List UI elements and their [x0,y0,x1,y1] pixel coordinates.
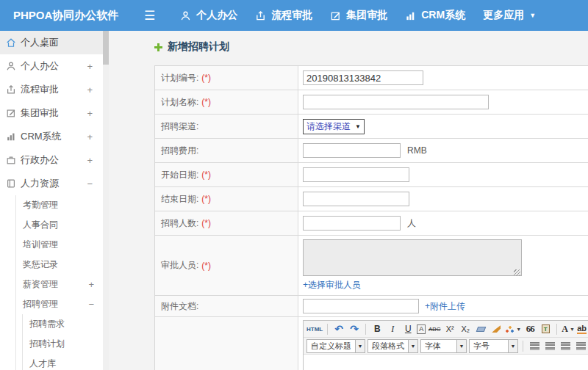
highlight-color-button[interactable]: ab▼ [577,322,588,335]
topmenu-workflow-approval[interactable]: 流程审批 [246,0,321,31]
custom-title-combobox[interactable]: 自定义标题 ▼ [306,339,365,353]
strikethrough-button[interactable]: ABC [428,322,441,335]
bold-button[interactable]: B [370,322,384,335]
italic-button[interactable]: I [386,322,399,335]
align-right-icon[interactable] [559,339,572,352]
expand-icon[interactable]: + [87,61,93,72]
subscript-button[interactable]: X₂ [459,322,472,335]
sidebar-item-label: 人才库 [29,358,56,370]
sidebar-item-recruit-demand[interactable]: 招聘需求 [23,314,103,334]
sidebar-item-label: 行政办公 [21,153,59,167]
align-left-icon[interactable] [528,339,541,352]
form-row-channel: 招聘渠道: 请选择渠道 ▼ [155,115,588,139]
edit-icon [6,108,16,118]
topmenu-group-approval[interactable]: 集团审批 [321,0,396,31]
undo-icon[interactable]: ↶ [332,322,345,335]
scrollbar-thumb[interactable] [103,31,109,65]
sidebar-item-admin-office[interactable]: 行政办公 + [0,148,103,172]
font-color-button[interactable]: A▼ [562,322,575,335]
align-justify-icon[interactable] [574,339,587,352]
sidebar-item-label: CRM系统 [21,130,62,143]
expand-icon[interactable]: + [87,131,93,142]
required-mark: (*) [201,194,211,204]
font-family-combobox[interactable]: 字体 ▼ [420,339,467,353]
hr-submenu: 考勤管理 人事合同 培训管理 奖惩记录 薪资管理 + 招聘管理 − 招聘需求 招… [15,195,103,370]
sidebar-scrollbar[interactable] [103,31,109,370]
sidebar-item-label: 招聘需求 [29,318,65,330]
chevron-down-icon: ▼ [529,12,536,19]
superscript-button[interactable]: X² [443,322,456,335]
field-label: 计划名称: [161,96,198,109]
sidebar-item-salary[interactable]: 薪资管理 + [16,275,103,294]
choose-approvers-link[interactable]: +选择审批人员 [303,279,361,291]
headcount-input[interactable] [303,216,401,231]
paragraph-format-combobox[interactable]: 段落格式 ▼ [368,339,418,353]
underline-button[interactable]: U [401,322,415,335]
field-label: 招聘费用: [161,145,198,157]
topmenu-label: CRM系统 [421,9,465,22]
blockquote-button[interactable]: 66 [523,322,537,335]
expand-icon[interactable]: + [87,84,93,95]
expand-icon[interactable]: + [87,108,93,119]
approvers-textarea[interactable] [303,239,522,276]
required-mark: (*) [201,97,211,107]
topbar: PHPOA协同办公软件 ☰ 个人办公 流程审批 集团审批 CRM系统 更多应用 … [0,0,588,31]
plan-number-input[interactable] [303,70,423,85]
sidebar-item-hr[interactable]: 人力资源 − [0,172,103,195]
sidebar-item-workflow-approval[interactable]: 流程审批 + [0,78,103,101]
font-border-button[interactable]: A [417,324,426,334]
paste-icon[interactable]: T [539,322,552,335]
font-size-combobox[interactable]: 字号 ▼ [469,339,518,353]
end-date-input[interactable] [303,192,409,206]
channel-select[interactable]: 请选择渠道 ▼ [303,119,365,134]
autotypeset-icon[interactable]: ▼ [505,322,521,335]
expand-icon[interactable]: + [87,155,93,166]
edit-icon [330,10,341,21]
topmenu-crm[interactable]: CRM系统 [396,0,474,31]
attachment-input[interactable] [303,299,419,313]
expand-icon[interactable]: + [88,279,94,290]
plan-name-input[interactable] [303,95,489,109]
sidebar-item-group-approval[interactable]: 集团审批 + [0,101,103,125]
form-row-end-date: 结束日期: (*) [155,187,588,211]
sidebar-item-attendance[interactable]: 考勤管理 [16,195,103,215]
collapse-icon[interactable]: − [88,299,94,310]
align-center-icon[interactable] [543,339,556,352]
sidebar-item-crm[interactable]: CRM系统 + [0,125,103,148]
sidebar-item-label: 人事合同 [23,219,58,231]
sidebar-item-personal-desktop[interactable]: 个人桌面 [0,31,103,54]
menu-toggle-icon[interactable]: ☰ [144,8,155,23]
field-label: 开始日期: [161,169,198,181]
eraser-icon[interactable] [474,322,487,335]
top-menu: 个人办公 流程审批 集团审批 CRM系统 更多应用 ▼ [171,0,545,31]
start-date-input[interactable] [303,167,409,182]
source-code-button[interactable]: HTML [306,322,323,335]
sidebar-item-recruit-plan[interactable]: 招聘计划 [23,334,103,354]
bar-chart-icon [405,10,416,21]
topmenu-more-apps[interactable]: 更多应用 ▼ [474,0,545,31]
book-icon [6,178,16,189]
sidebar-item-rewards[interactable]: 奖惩记录 [16,255,103,275]
field-label: 审批人员: [161,259,198,272]
required-mark: (*) [201,170,211,180]
sidebar-item-label: 薪资管理 [23,278,58,291]
field-label: 结束日期: [161,193,198,206]
sidebar-item-training[interactable]: 培训管理 [16,235,103,255]
collapse-icon[interactable]: − [87,178,93,189]
workflow-icon [255,10,266,21]
topmenu-personal-office[interactable]: 个人办公 [171,0,246,31]
redo-icon[interactable]: ↷ [348,322,361,335]
cost-input[interactable] [303,143,401,158]
sidebar-item-hr-contract[interactable]: 人事合同 [16,215,103,235]
sidebar-item-personal-office[interactable]: 个人办公 + [0,54,103,78]
unit-label: RMB [407,145,427,156]
form-row-plan-name: 计划名称: (*) [155,90,588,115]
form-row-plan-number: 计划编号: (*) [155,66,588,90]
form-row-content: HTML ↶ ↷ B I U A ABC X² X₂ ▼ [155,317,588,370]
editor-content-area[interactable] [304,355,588,370]
format-brush-icon[interactable] [490,322,503,335]
sidebar-item-recruit-mgmt[interactable]: 招聘管理 − [16,294,103,314]
sidebar-item-talent-pool[interactable]: 人才库 [23,354,103,370]
attachment-upload-link[interactable]: +附件上传 [425,301,465,311]
sidebar-item-label: 个人办公 [21,59,59,73]
